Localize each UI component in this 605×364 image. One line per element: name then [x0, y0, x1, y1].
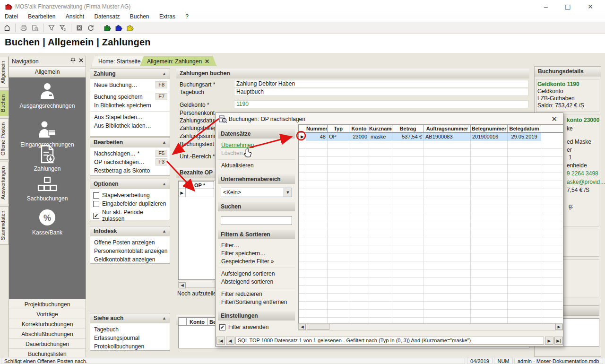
cell-konto[interactable]: 23000: [349, 133, 369, 141]
navlink-projektbuchungen[interactable]: Projektbuchungen: [9, 300, 86, 309]
print-preview-icon[interactable]: [31, 24, 39, 32]
col-belegnummer[interactable]: Belegnummer: [471, 125, 508, 133]
menu-item-tagebuch[interactable]: Tagebuch: [90, 325, 170, 334]
menu-datei[interactable]: Datei: [5, 13, 18, 20]
dialog-title-bar[interactable]: Buchungen: OP nachschlagen ✕: [216, 113, 563, 125]
col-auftragsnummer[interactable]: Auftragsnummer: [424, 125, 471, 133]
menu-item-offene-posten-anzeigen[interactable]: Offene Posten anzeigen: [90, 238, 170, 247]
menu-item-op-nachschlagen[interactable]: OP nachschlagen…F3: [90, 158, 170, 166]
dialog-hscrollbar[interactable]: ◀ ▶: [298, 323, 563, 330]
aufsteigend-sortieren-link[interactable]: Aufsteigend sortieren: [218, 270, 295, 278]
collapse-icon[interactable]: ▲: [162, 313, 166, 323]
dialog-close-icon[interactable]: ✕: [551, 115, 557, 123]
col-nummer[interactable]: Nummer: [306, 125, 328, 133]
sidebar-item-zahlungen[interactable]: Zahlungen: [9, 145, 86, 172]
col-typ[interactable]: Typ: [328, 125, 349, 133]
menu-item-in-bibliothek-speichern[interactable]: In Bibliothek speichern: [90, 101, 170, 110]
sidebar-item-eingangsrechnungen[interactable]: Eingangsrechnungen: [9, 120, 86, 148]
menu-item-neue-buchung[interactable]: Neue Buchung…F8: [90, 81, 170, 89]
menu-item-erfassungsjournal[interactable]: Erfassungsjournal: [90, 334, 170, 342]
scroll-left-icon[interactable]: ◀: [299, 324, 306, 330]
tab-allgemein-zahlungen[interactable]: Allgemein: Zahlungen✕: [140, 56, 216, 66]
op-cell-empty[interactable]: [186, 189, 214, 197]
bezahlte-op-hscrollbar[interactable]: ◀: [178, 281, 215, 288]
suchen-input[interactable]: [221, 216, 292, 225]
tagebuch-field[interactable]: Hauptbuch: [234, 88, 528, 96]
menu-hilfe[interactable]: ?: [185, 13, 189, 20]
menu-item-protokollbuchungen[interactable]: Protokollbuchungen: [90, 342, 170, 351]
option-eingabefelder-duplizieren[interactable]: Eingabefelder duplizieren: [90, 199, 170, 208]
menu-item-buchung-speichern[interactable]: Buchung speichernF7: [90, 93, 170, 101]
menu-item-geldkontoblatt-anzeigen[interactable]: Geldkontoblatt anzeigen: [90, 255, 170, 264]
geldkonto-field[interactable]: 1190: [234, 100, 528, 108]
scrollbar-thumb[interactable]: [307, 324, 329, 330]
checkbox-unchecked[interactable]: [93, 201, 99, 207]
next-record-icon[interactable]: ▶: [545, 337, 553, 345]
last-record-icon[interactable]: ▶|: [554, 337, 563, 345]
cell-nummer[interactable]: 48: [306, 133, 328, 141]
filter-speichern-link[interactable]: Filter speichern…: [218, 250, 295, 258]
menu-datensatz[interactable]: Datensatz: [94, 13, 120, 20]
filter-reduzieren-link[interactable]: Filter reduzieren: [218, 290, 295, 298]
col-betrag[interactable]: Betrag: [392, 125, 424, 133]
close-button[interactable]: ✕: [582, 1, 598, 12]
navlink-vortraege[interactable]: Vorträge: [9, 310, 86, 319]
navlink-dauerbuchungen[interactable]: Dauerbuchungen: [9, 339, 86, 349]
row-selector[interactable]: ▶: [179, 189, 186, 197]
collapse-icon[interactable]: ▲: [162, 179, 166, 189]
print-icon[interactable]: [19, 24, 28, 32]
email-fragment[interactable]: aske@provid…: [567, 179, 605, 185]
filter-link[interactable]: Filter…: [218, 242, 295, 250]
filter-sortierung-entfernen-link[interactable]: Filter/Sortierung entfernen: [218, 298, 295, 306]
filter-anwenden-option[interactable]: Filter anwenden: [218, 323, 295, 331]
aktualisieren-link[interactable]: Aktualisieren: [218, 162, 295, 170]
checkbox-checked[interactable]: [219, 324, 225, 330]
sidebar-item-kasse-bank[interactable]: % Kasse/Bank: [9, 208, 86, 236]
vtab-offene-posten[interactable]: Offene Posten: [0, 118, 9, 160]
menu-ansicht[interactable]: Ansicht: [66, 13, 84, 20]
op-column-header[interactable]: OP *: [186, 181, 214, 189]
filter-icon[interactable]: [47, 24, 56, 32]
chevron-down-icon[interactable]: ▼: [284, 188, 292, 197]
vtab-allgemein[interactable]: Allgemein: [0, 57, 9, 88]
collapse-icon[interactable]: ▲: [162, 226, 166, 236]
first-record-icon[interactable]: |◀: [216, 337, 225, 345]
menu-extras[interactable]: Extras: [159, 13, 175, 20]
telefon-fragment[interactable]: 9 2264 3498: [567, 170, 598, 177]
scroll-right-icon[interactable]: ▶: [555, 324, 562, 330]
menu-item-nachschlagen[interactable]: Nachschlagen… *F5: [90, 149, 170, 158]
cancel-icon[interactable]: [75, 24, 84, 32]
minimize-button[interactable]: –: [538, 1, 554, 12]
unternehmensbereich-dropdown[interactable]: <Kein> ▼: [221, 188, 292, 197]
close-panel-icon[interactable]: [78, 58, 84, 63]
menu-bearbeiten[interactable]: Bearbeiten: [28, 13, 55, 20]
tab-close-icon[interactable]: ✕: [205, 58, 209, 65]
gespeicherte-filter-link[interactable]: Gespeicherte Filter »: [218, 258, 295, 266]
refresh-icon[interactable]: [86, 24, 95, 32]
konto-column-header[interactable]: Konto: [187, 318, 208, 326]
col-konto[interactable]: Konto: [349, 125, 369, 133]
cell-kurzname[interactable]: maske: [369, 133, 392, 141]
absteigend-sortieren-link[interactable]: Absteigend sortieren: [218, 278, 295, 286]
cell-typ[interactable]: OP Offen: [328, 133, 349, 141]
maximize-button[interactable]: ▢: [560, 1, 576, 12]
navlink-abschlussbuchungen[interactable]: Abschlußbuchungen: [9, 329, 86, 339]
sidebar-item-ausgangsrechnungen[interactable]: Ausgangsrechnungen: [9, 81, 86, 109]
menu-item-restbetrag-als-skonto[interactable]: Restbetrag als Skonto: [90, 166, 170, 175]
cell-betrag[interactable]: 537,54 €: [392, 133, 424, 141]
cell-auftragsnummer[interactable]: AB1900083: [424, 133, 471, 141]
puzzle-blue-icon[interactable]: [114, 24, 123, 32]
checkbox-checked[interactable]: [93, 213, 99, 219]
vtab-buchen[interactable]: Buchen: [0, 90, 9, 116]
vtab-stammdaten[interactable]: Stammdaten: [0, 206, 9, 245]
personenkonto-heading-fragment[interactable]: konto 23000: [567, 117, 599, 123]
navlink-korrekturbuchungen[interactable]: Korrekturbuchungen: [9, 320, 86, 329]
scroll-left-icon[interactable]: ◀: [179, 282, 186, 288]
menu-item-aus-stapel-laden[interactable]: Aus Stapel laden…: [90, 113, 170, 121]
checkbox-unchecked[interactable]: [93, 192, 99, 199]
puzzle-yellow-icon[interactable]: [126, 24, 134, 32]
geldkonto-heading[interactable]: Geldkonto 1190: [537, 81, 579, 87]
uebernehmen-link[interactable]: Übernehmen: [218, 141, 295, 149]
col-belegdatum[interactable]: Belegdatum: [508, 125, 541, 133]
puzzle-green-icon[interactable]: [103, 24, 112, 32]
